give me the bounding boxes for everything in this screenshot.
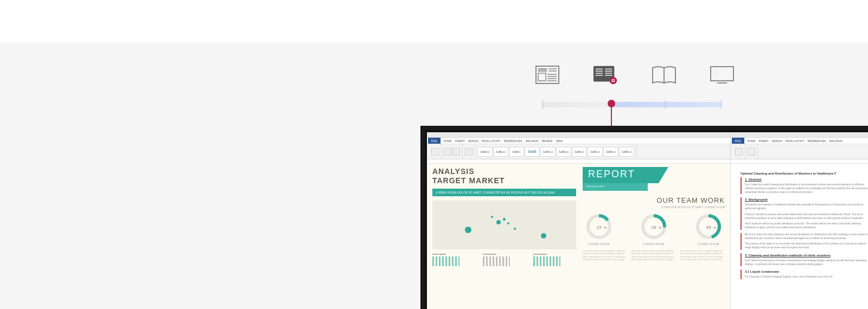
ribbon-tabs: FILE HOME INSERT DESIGN PAGE LAYOUT REFE… bbox=[731, 138, 868, 144]
ribbon-tab[interactable]: PAGE LAYOUT bbox=[482, 139, 501, 143]
svg-text:15: 15 bbox=[597, 225, 602, 230]
mode-selector: NEWS bbox=[534, 64, 735, 86]
report-panel: REPORT Lorem ipsum dolor OUR TEAM WORK L… bbox=[583, 167, 725, 261]
window-titlebar bbox=[731, 132, 868, 138]
document-canvas: ANALYSIS TARGET MARKET LOREM IPSUM DOLOR… bbox=[427, 164, 730, 309]
ribbon-toolbar bbox=[731, 144, 868, 159]
svg-text:%: % bbox=[659, 226, 662, 229]
ribbon-tab[interactable]: HOME bbox=[444, 139, 452, 143]
svg-text:NEWS: NEWS bbox=[539, 68, 547, 72]
font-controls[interactable] bbox=[748, 148, 755, 156]
style-swatch[interactable]: AaBbCc bbox=[540, 147, 556, 157]
heading: 2. Background bbox=[745, 197, 868, 202]
file-tab[interactable]: FILE bbox=[428, 138, 441, 144]
legend-row: Lorem ipsum Lorem ipsum Lorem ipsum bbox=[432, 253, 576, 266]
monitor-mode-icon[interactable] bbox=[709, 65, 735, 85]
legend-col: Lorem ipsum bbox=[533, 253, 576, 266]
report-body-columns: Lorem ipsum dolor sit amet consectetur a… bbox=[583, 250, 725, 261]
ribbon-tab[interactable]: VIEW bbox=[556, 139, 563, 143]
ribbon-tab[interactable]: REFERENCES bbox=[808, 139, 826, 143]
window-titlebar bbox=[427, 132, 730, 138]
legend-col: Lorem ipsum bbox=[432, 253, 475, 266]
report-sub: Lorem ipsum dolor bbox=[583, 183, 648, 191]
ribbon-tab[interactable]: INSERT bbox=[455, 139, 465, 143]
report-banner: REPORT Lorem ipsum dolor bbox=[583, 167, 725, 192]
svg-rect-22 bbox=[711, 67, 733, 81]
file-tab[interactable]: FILE bbox=[732, 138, 744, 144]
doc-title: Optimal Cleaning and Disinfection of Mon… bbox=[741, 171, 868, 176]
style-swatch[interactable]: AaB bbox=[525, 147, 540, 157]
ruler bbox=[731, 159, 868, 164]
world-map bbox=[432, 201, 576, 249]
word-window-left: FILE HOME INSERT DESIGN PAGE LAYOUT REFE… bbox=[427, 132, 731, 309]
donut-label: LOREM IPSUM bbox=[693, 242, 724, 246]
ribbon-tabs: FILE HOME INSERT DESIGN PAGE LAYOUT REFE… bbox=[427, 138, 730, 144]
svg-text:%: % bbox=[713, 226, 717, 229]
style-swatch[interactable]: AaBbCc bbox=[572, 147, 587, 157]
ruler bbox=[427, 159, 730, 164]
donut-chart: 26 % LOREM IPSUM bbox=[639, 213, 669, 246]
reader-mode-icon[interactable] bbox=[592, 65, 618, 85]
svg-text:45: 45 bbox=[706, 225, 711, 230]
font-controls[interactable] bbox=[444, 148, 451, 156]
team-title: OUR TEAM WORK bbox=[583, 196, 725, 204]
book-mode-icon[interactable] bbox=[651, 65, 677, 85]
svg-point-21 bbox=[612, 80, 614, 81]
ribbon-tab[interactable]: PAGE LAYOUT bbox=[786, 139, 805, 143]
word-window-right: FILE HOME INSERT DESIGN PAGE LAYOUT REFE… bbox=[731, 132, 868, 309]
report-title: REPORT bbox=[588, 169, 635, 180]
team-subtitle: LOREM IPSUM DOLOR ST AMET, CONSECTETUR bbox=[583, 205, 725, 209]
paragraph-controls[interactable] bbox=[465, 148, 473, 156]
monitor-frame: FILE HOME INSERT DESIGN PAGE LAYOUT REFE… bbox=[420, 126, 868, 309]
analysis-panel: ANALYSIS TARGET MARKET LOREM IPSUM DOLOR… bbox=[432, 167, 576, 266]
donut-label: LOREM IPSUM bbox=[584, 242, 614, 246]
heading: 3. Cleaning and disinfection methods of … bbox=[745, 253, 868, 258]
style-swatch[interactable]: AaBbCc bbox=[619, 147, 634, 157]
donut-label: LOREM IPSUM bbox=[639, 242, 669, 246]
paragraph: Disinfection and cleaning of healthcare … bbox=[745, 203, 868, 211]
paste-icon[interactable] bbox=[431, 148, 439, 156]
paragraph: Don't follow the instructions of monitor… bbox=[745, 259, 868, 267]
analysis-subtitle-bar: LOREM IPSUM DOLOR ST AMET, CONSECTETUR A… bbox=[432, 189, 576, 196]
heading: 3.1 Liquid condensate bbox=[745, 269, 868, 274]
paragraph: Don't forget that careful cleaning and d… bbox=[745, 183, 868, 194]
style-swatch[interactable]: AaBbCc bbox=[556, 147, 571, 157]
style-swatch[interactable]: AaBbCc bbox=[493, 147, 508, 157]
donut-chart: 45 % LOREM IPSUM bbox=[693, 213, 724, 246]
mode-slider-track[interactable] bbox=[542, 102, 722, 107]
document-canvas: Optimal Cleaning and Disinfection of Mon… bbox=[731, 164, 868, 309]
style-swatch[interactable]: AaBbC bbox=[509, 147, 524, 157]
svg-text:%: % bbox=[604, 226, 607, 229]
ribbon-tab[interactable]: INSERT bbox=[759, 139, 769, 143]
style-swatch[interactable]: AaBbCc bbox=[477, 147, 493, 157]
ribbon-tab[interactable]: MAILINGS bbox=[526, 139, 539, 143]
paragraph: Be sure to follow the same directions an… bbox=[745, 233, 868, 241]
donut-chart: 15 % LOREM IPSUM bbox=[584, 213, 614, 246]
paste-icon[interactable] bbox=[735, 148, 743, 156]
paragraph: The purpose of this paper is to summariz… bbox=[745, 242, 868, 250]
legend-col: Lorem ipsum bbox=[483, 253, 526, 266]
analysis-title: ANALYSIS TARGET MARKET bbox=[432, 167, 576, 185]
news-mode-icon[interactable]: NEWS bbox=[534, 65, 560, 85]
ribbon-tab[interactable]: DESIGN bbox=[468, 139, 478, 143]
style-swatch[interactable]: AaBbCc bbox=[603, 147, 618, 157]
ribbon-tab[interactable]: MAILINGS bbox=[829, 139, 843, 143]
donut-row: 15 % LOREM IPSUM 26 % bbox=[583, 213, 725, 246]
style-swatch[interactable]: AaBbCc bbox=[588, 147, 603, 157]
ribbon-tab[interactable]: REVIEW bbox=[542, 139, 553, 143]
font-controls[interactable] bbox=[452, 148, 460, 156]
ribbon-tab[interactable]: DESIGN bbox=[772, 139, 782, 143]
paragraph: And it would be without its proper disin… bbox=[745, 222, 868, 230]
ribbon-toolbar: AaBbCc AaBbCc AaBbC AaB AaBbCc AaBbCc Aa… bbox=[427, 144, 730, 159]
heading: 1. Abstract bbox=[745, 177, 868, 182]
svg-rect-5 bbox=[538, 73, 546, 81]
paragraph: For Cleaning LG Medical Imaging Displays… bbox=[745, 275, 868, 279]
monitor-screen: FILE HOME INSERT DESIGN PAGE LAYOUT REFE… bbox=[427, 132, 868, 309]
ribbon-tab[interactable]: HOME bbox=[748, 139, 756, 143]
svg-text:26: 26 bbox=[651, 225, 656, 230]
paragraph: Products intended to process personnel-r… bbox=[745, 213, 868, 221]
ribbon-tab[interactable]: REFERENCES bbox=[504, 139, 522, 143]
